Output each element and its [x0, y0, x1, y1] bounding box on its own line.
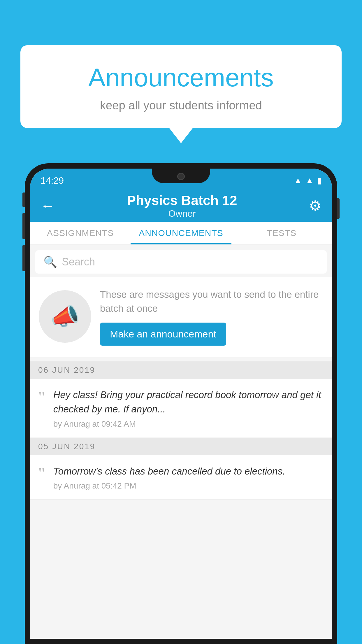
power-button — [337, 198, 340, 219]
search-placeholder: Search — [62, 256, 95, 268]
wifi-icon: ▲ — [294, 176, 302, 185]
announcement-text-1: Hey class! Bring your practical record b… — [53, 388, 324, 416]
settings-icon[interactable]: ⚙ — [309, 197, 321, 214]
back-button[interactable]: ← — [41, 197, 55, 214]
phone-screen: 14:29 ▲ ▲ ▮ ← Physics Batch 12 Owner ⚙ — [30, 169, 332, 639]
toolbar-title-container: Physics Batch 12 Owner — [55, 192, 309, 219]
announcement-item-2[interactable]: " Tomorrow's class has been cancelled du… — [30, 455, 332, 500]
speech-bubble-title: Announcements — [35, 63, 327, 92]
signal-icon: ▲ — [305, 176, 314, 185]
date-separator-1: 06 JUN 2019 — [30, 361, 332, 379]
make-announcement-button[interactable]: Make an announcement — [100, 323, 226, 346]
search-bar[interactable]: 🔍 Search — [35, 250, 327, 274]
phone-container: 14:29 ▲ ▲ ▮ ← Physics Batch 12 Owner ⚙ — [25, 163, 337, 644]
megaphone-icon: 📣 — [50, 303, 80, 330]
announcement-meta-2: by Anurag at 05:42 PM — [53, 481, 324, 491]
volume-down-button — [22, 213, 25, 239]
content-area: 🔍 Search 📣 These are messages you want t… — [30, 245, 332, 639]
announcement-prompt-right: These are messages you want to send to t… — [100, 288, 323, 346]
tab-announcements[interactable]: ANNOUNCEMENTS — [131, 222, 231, 244]
battery-icon: ▮ — [317, 176, 321, 186]
quote-icon-1: " — [38, 389, 45, 406]
tabs-container: ASSIGNMENTS ANNOUNCEMENTS TESTS — [30, 222, 332, 245]
silent-button — [22, 245, 25, 271]
toolbar-subtitle: Owner — [55, 208, 309, 219]
announcement-text-2: Tomorrow's class has been cancelled due … — [53, 464, 324, 479]
announcement-item-1[interactable]: " Hey class! Bring your practical record… — [30, 379, 332, 438]
volume-up-button — [22, 192, 25, 207]
phone-outer: 14:29 ▲ ▲ ▮ ← Physics Batch 12 Owner ⚙ — [25, 163, 337, 644]
tab-assignments[interactable]: ASSIGNMENTS — [30, 222, 131, 244]
front-camera — [177, 173, 185, 180]
quote-icon-2: " — [38, 465, 45, 482]
toolbar-title: Physics Batch 12 — [55, 192, 309, 208]
speech-bubble: Announcements keep all your students inf… — [20, 45, 342, 128]
announcement-prompt: 📣 These are messages you want to send to… — [30, 277, 332, 357]
announcement-content-1: Hey class! Bring your practical record b… — [53, 388, 324, 429]
app-toolbar: ← Physics Batch 12 Owner ⚙ — [30, 190, 332, 222]
search-icon: 🔍 — [43, 256, 57, 268]
tab-tests[interactable]: TESTS — [231, 222, 332, 244]
announcement-meta-1: by Anurag at 09:42 AM — [53, 419, 324, 429]
status-time: 14:29 — [41, 175, 64, 186]
megaphone-circle: 📣 — [39, 290, 91, 343]
announcement-prompt-text: These are messages you want to send to t… — [100, 288, 323, 316]
date-separator-2: 05 JUN 2019 — [30, 438, 332, 455]
status-icons: ▲ ▲ ▮ — [294, 176, 321, 186]
speech-bubble-subtitle: keep all your students informed — [35, 99, 327, 112]
speech-bubble-container: Announcements keep all your students inf… — [20, 45, 342, 128]
announcement-content-2: Tomorrow's class has been cancelled due … — [53, 464, 324, 491]
phone-notch — [152, 169, 210, 183]
